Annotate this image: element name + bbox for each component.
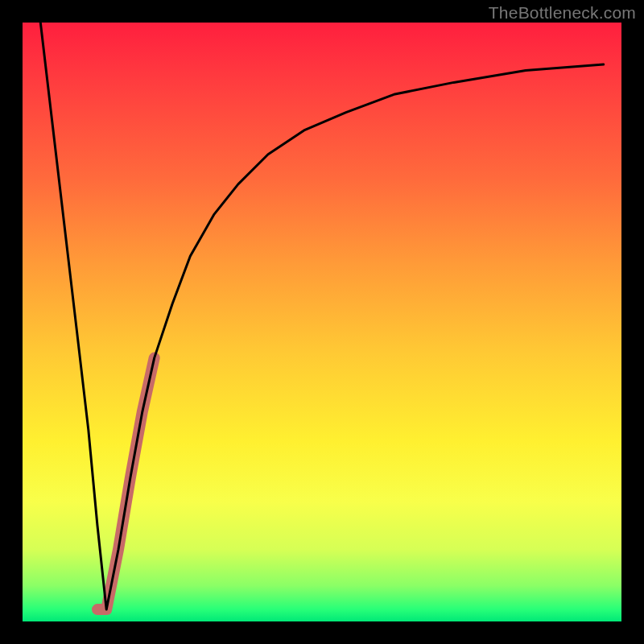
watermark-text: TheBottleneck.com xyxy=(489,3,636,23)
chart-frame: TheBottleneck.com xyxy=(0,0,644,644)
curve-svg xyxy=(23,23,621,621)
plot-area xyxy=(23,23,621,621)
